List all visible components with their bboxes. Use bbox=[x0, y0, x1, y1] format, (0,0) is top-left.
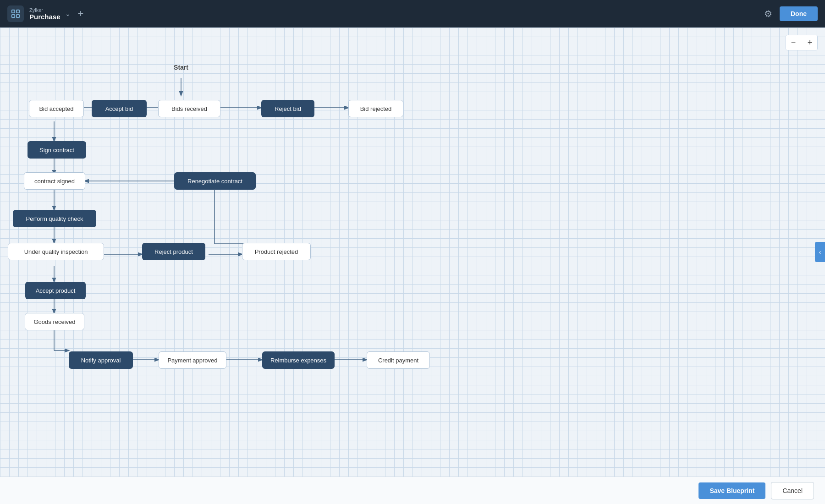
footer: Save Blueprint Cancel bbox=[0, 477, 825, 504]
under-quality-inspection-node[interactable]: Under quality inspection bbox=[8, 243, 104, 260]
reject-bid-node[interactable]: Reject bid bbox=[261, 100, 314, 117]
zoom-out-button[interactable]: − bbox=[786, 35, 801, 50]
start-node[interactable]: Start bbox=[166, 60, 196, 74]
app-icon bbox=[7, 5, 24, 22]
chevron-down-button[interactable]: ⌄ bbox=[65, 10, 71, 17]
svg-rect-1 bbox=[16, 10, 19, 13]
accept-bid-node[interactable]: Accept bid bbox=[92, 100, 147, 117]
product-rejected-node[interactable]: Product rejected bbox=[242, 243, 311, 260]
svg-rect-3 bbox=[16, 15, 19, 17]
org-name: Zylker bbox=[29, 7, 60, 13]
title-block: Zylker Purchase bbox=[29, 7, 60, 21]
save-blueprint-button[interactable]: Save Blueprint bbox=[698, 482, 765, 499]
bids-received-node[interactable]: Bids received bbox=[158, 100, 220, 117]
svg-rect-0 bbox=[12, 10, 15, 13]
header: Zylker Purchase ⌄ + ⚙ Done bbox=[0, 0, 825, 27]
flow-arrows bbox=[0, 27, 825, 477]
reimburse-expenses-node[interactable]: Reimburse expenses bbox=[262, 351, 335, 369]
page-title: Purchase bbox=[29, 13, 60, 21]
contract-signed-node[interactable]: contract signed bbox=[24, 172, 85, 190]
reject-product-node[interactable]: Reject product bbox=[142, 243, 205, 260]
renegotiate-contract-node[interactable]: Renegotiate contract bbox=[174, 172, 256, 190]
collapse-panel-button[interactable]: ‹ bbox=[815, 242, 825, 262]
canvas-area: − + ‹ bbox=[0, 27, 825, 477]
payment-approved-node[interactable]: Payment approved bbox=[159, 351, 226, 369]
credit-payment-node[interactable]: Credit payment bbox=[367, 351, 430, 369]
settings-button[interactable]: ⚙ bbox=[764, 8, 772, 19]
sign-contract-node[interactable]: Sign contract bbox=[28, 141, 86, 159]
zoom-in-button[interactable]: + bbox=[803, 35, 817, 50]
accept-product-node[interactable]: Accept product bbox=[25, 282, 86, 299]
perform-quality-check-node[interactable]: Perform quality check bbox=[13, 210, 96, 227]
bid-rejected-node[interactable]: Bid rejected bbox=[348, 100, 403, 117]
bid-accepted-node[interactable]: Bid accepted bbox=[29, 100, 84, 117]
add-button[interactable]: + bbox=[78, 9, 84, 19]
cancel-button[interactable]: Cancel bbox=[771, 482, 814, 499]
done-button[interactable]: Done bbox=[780, 6, 818, 21]
svg-rect-2 bbox=[12, 15, 15, 17]
zoom-controls: − + bbox=[786, 35, 818, 50]
notify-approval-node[interactable]: Notify approval bbox=[69, 351, 133, 369]
goods-received-node[interactable]: Goods received bbox=[25, 313, 84, 330]
